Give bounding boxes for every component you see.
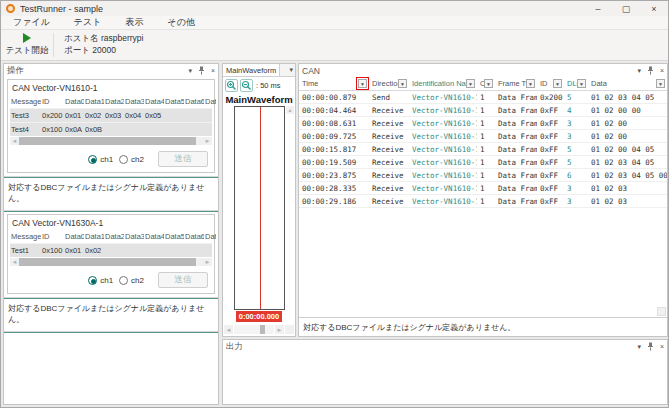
maximize-button[interactable]: ▢ <box>612 1 640 16</box>
output-panel-header: 出力 ▾ × <box>223 340 667 353</box>
tab-mainwaveform[interactable]: MainWaveform <box>223 64 280 76</box>
close-icon[interactable]: × <box>660 67 664 74</box>
title-bar[interactable]: TestRunner - sample – ▢ × <box>1 1 668 16</box>
channel-ch1-radio[interactable]: ch1 <box>88 276 113 285</box>
message-cell: 0x01 <box>64 244 84 257</box>
column-header-id[interactable]: ID▼ <box>537 77 564 90</box>
message-cell <box>144 123 164 136</box>
column-label: ID <box>540 79 548 88</box>
close-icon[interactable]: × <box>211 67 215 74</box>
column-header-identification-name[interactable]: Identification Name▼ <box>409 77 477 90</box>
can-cell: 5 <box>564 156 588 168</box>
can-log-row[interactable]: 00:00:15.817ReceiveVector-VN1610-11Data … <box>299 143 667 156</box>
menu-other[interactable]: その他 <box>155 16 206 29</box>
horizontal-scrollbar[interactable]: ◄ ► <box>10 258 212 266</box>
message-row[interactable]: Test10x1000x010x02 <box>10 243 212 257</box>
scroll-thumb[interactable] <box>19 258 196 266</box>
column-header-frame-type[interactable]: Frame Type▼ <box>495 77 537 90</box>
message-cell: 0x100 <box>41 123 64 136</box>
message-row[interactable]: Test40x1000x0A0x0B <box>10 122 212 136</box>
column-header-data1: Data1 <box>84 231 104 243</box>
vertical-scrollbar[interactable]: ▲ <box>285 106 294 310</box>
pin-icon[interactable] <box>198 66 205 75</box>
can-log-row[interactable]: 00:00:04.464ReceiveVector-VN1610-11Data … <box>299 104 667 117</box>
ch2-label: ch2 <box>131 276 144 285</box>
scroll-left-icon[interactable]: ◄ <box>10 137 19 145</box>
can-cell: 01 02 00 <box>588 117 667 129</box>
can-log-row[interactable]: 00:00:19.509ReceiveVector-VN1610-11Data … <box>299 156 667 169</box>
send-button[interactable]: 送信 <box>158 272 208 288</box>
scroll-left-icon[interactable]: ◄ <box>224 325 233 334</box>
menu-test[interactable]: テスト <box>62 16 114 29</box>
no-dbc-message: 対応するDBCファイルまたはシグナル定義がありません。 <box>299 318 667 336</box>
can-log-row[interactable]: 00:00:09.725ReceiveVector-VN1610-11Data … <box>299 130 667 143</box>
scroll-corner <box>285 325 294 334</box>
pin-icon[interactable] <box>647 342 654 351</box>
scroll-track[interactable] <box>234 325 274 334</box>
test-start-button[interactable]: テスト開始 <box>1 30 53 60</box>
filter-icon[interactable]: ▼ <box>526 79 535 88</box>
pin-icon[interactable] <box>647 66 654 75</box>
scroll-track[interactable] <box>19 258 203 266</box>
filter-icon[interactable]: ▼ <box>358 79 367 88</box>
can-log-row[interactable]: 00:00:29.186ReceiveVector-VN1610-11Data … <box>299 195 667 208</box>
menu-view[interactable]: 表示 <box>113 16 155 29</box>
can-log-row[interactable]: 00:00:28.335ReceiveVector-VN1610-11Data … <box>299 182 667 195</box>
can-cell: Data Frame <box>495 104 537 116</box>
can-log-row[interactable]: 00:00:00.879SendVector-VN1610-11Data Fra… <box>299 91 667 104</box>
filter-icon[interactable]: ▼ <box>484 79 493 88</box>
no-dbc-message: 対応するDBCファイルまたはシグナル定義がありません。 <box>4 299 218 328</box>
chevron-down-icon[interactable]: ▾ <box>188 67 192 74</box>
can-cell: 01 02 00 <box>588 130 667 142</box>
column-header-ch[interactable]: Ch▼ <box>477 77 495 90</box>
message-row[interactable]: Test30x2000x010x020x030x040x05 <box>10 108 212 122</box>
column-header-data[interactable]: Data▼ <box>588 77 667 90</box>
scroll-track[interactable] <box>19 137 203 145</box>
filter-icon[interactable]: ▼ <box>466 79 475 88</box>
can-cell: 0xFF <box>537 195 564 207</box>
close-icon[interactable]: × <box>660 343 664 350</box>
close-button[interactable]: × <box>640 1 668 16</box>
can-cell: 1 <box>477 156 495 168</box>
can-cell: Receive <box>369 104 409 116</box>
column-header-dat: Dat <box>204 96 216 108</box>
chevron-down-icon[interactable]: ▾ <box>637 343 641 350</box>
chevron-down-icon[interactable]: ▾ <box>637 67 641 74</box>
scroll-thumb[interactable] <box>19 137 196 145</box>
zoom-out-button[interactable] <box>240 79 253 92</box>
filter-icon[interactable]: ▼ <box>398 79 407 88</box>
menu-file[interactable]: ファイル <box>1 16 62 29</box>
scroll-right-icon[interactable]: ► <box>203 137 212 145</box>
time-cursor-line[interactable] <box>260 107 261 309</box>
panel-menu-icon[interactable]: ▾ <box>289 64 295 76</box>
can-log-row[interactable]: 00:00:23.875ReceiveVector-VN1610-11Data … <box>299 169 667 182</box>
column-header-dlc[interactable]: DLC▼ <box>564 77 588 90</box>
can-cell: 00:00:08.631 <box>299 117 369 129</box>
zoom-in-button[interactable] <box>225 79 238 92</box>
scroll-right-icon[interactable]: ► <box>203 258 212 266</box>
message-cell: 0x01 <box>64 109 84 122</box>
horizontal-scrollbar[interactable]: ◄ ► <box>10 137 212 145</box>
can-log-row[interactable]: 00:00:08.631ReceiveVector-VN1610-11Data … <box>299 117 667 130</box>
can-cell: 0xFF <box>537 182 564 194</box>
scroll-right-icon[interactable]: ► <box>275 325 284 334</box>
can-cell: Receive <box>369 169 409 181</box>
scroll-up-icon[interactable]: ▲ <box>286 106 294 114</box>
can-cell: Receive <box>369 117 409 129</box>
waveform-plot[interactable] <box>234 106 285 310</box>
column-header-direction[interactable]: Direction▼ <box>369 77 409 90</box>
minimize-button[interactable]: – <box>584 1 612 16</box>
scroll-left-icon[interactable]: ◄ <box>10 258 19 266</box>
cursor-time-badge: 0:00:00.000 <box>236 311 282 322</box>
channel-ch1-radio[interactable]: ch1 <box>88 155 113 164</box>
column-header-time[interactable]: Time▼ <box>299 77 369 90</box>
message-cell <box>164 244 184 257</box>
send-button[interactable]: 送信 <box>158 151 208 167</box>
filter-icon[interactable]: ▼ <box>553 79 562 88</box>
filter-icon[interactable]: ▼ <box>656 79 665 88</box>
channel-ch2-radio[interactable]: ch2 <box>119 155 144 164</box>
filter-icon[interactable]: ▼ <box>577 79 586 88</box>
channel-ch2-radio[interactable]: ch2 <box>119 276 144 285</box>
scroll-thumb[interactable] <box>260 325 266 334</box>
waveform-horizontal-scrollbar[interactable]: ◄ ► <box>223 324 295 336</box>
